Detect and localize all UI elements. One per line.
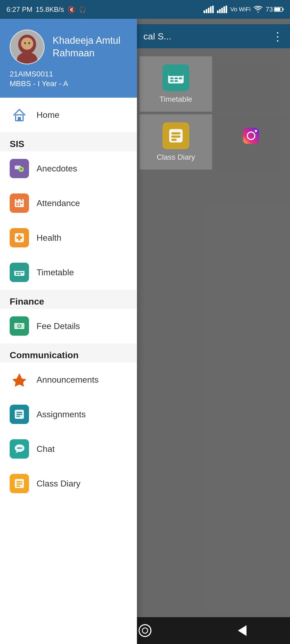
fee-label: Fee Details	[37, 321, 80, 331]
assignments-icon	[10, 405, 29, 424]
grid-card-instagram[interactable]	[215, 114, 287, 170]
assignments-label: Assignments	[37, 409, 86, 419]
drawer-header: Khadeeja Amtul Rahmaan 21AIMS0011 MBBS -…	[0, 19, 137, 98]
back-icon	[234, 623, 250, 639]
svg-rect-66	[168, 72, 184, 76]
svg-rect-38	[16, 237, 22, 239]
svg-rect-33	[21, 203, 23, 204]
svg-rect-71	[175, 80, 178, 82]
svg-rect-4	[208, 8, 209, 13]
chat-icon	[10, 439, 29, 459]
app-container: Khadeeja Amtul Rahmaan 21AIMS0011 MBBS -…	[0, 19, 290, 644]
svg-rect-67	[170, 78, 173, 79]
nav-item-announcements[interactable]: Announcements	[0, 363, 137, 397]
right-top-bar: cal S... ⋮	[137, 24, 290, 48]
svg-text:🎧: 🎧	[79, 6, 86, 13]
nav-item-attendance[interactable]: Attendance	[0, 186, 137, 221]
svg-rect-42	[19, 272, 21, 273]
svg-marker-82	[238, 625, 247, 636]
battery-indicator: 73	[266, 6, 284, 13]
user-info-row: Khadeeja Amtul Rahmaan	[10, 30, 127, 64]
svg-rect-70	[170, 80, 173, 82]
nav-item-assignments[interactable]: Assignments	[0, 397, 137, 432]
svg-rect-55	[16, 416, 20, 417]
wifi-icon	[253, 6, 263, 13]
nav-item-fee[interactable]: $ Fee Details	[0, 309, 137, 343]
nav-item-classdiary[interactable]: Class Diary	[0, 466, 137, 501]
home-label: Home	[37, 110, 59, 120]
svg-rect-7	[217, 10, 219, 13]
svg-rect-35	[19, 204, 20, 206]
svg-point-19	[24, 42, 26, 44]
avatar-image	[10, 30, 44, 64]
svg-point-58	[17, 447, 19, 449]
svg-rect-14	[274, 8, 280, 11]
svg-rect-32	[19, 203, 20, 204]
avatar	[10, 30, 45, 64]
svg-rect-64	[16, 485, 20, 487]
grid-card-timetable[interactable]: Timetable	[140, 56, 212, 112]
battery-level: 73	[266, 6, 273, 13]
svg-rect-75	[171, 139, 177, 141]
navigation-drawer: Khadeeja Amtul Rahmaan 21AIMS0011 MBBS -…	[0, 19, 137, 644]
timetable-card-label: Timetable	[160, 95, 192, 104]
classdiary-icon	[10, 474, 29, 493]
more-button[interactable]: ⋮	[272, 30, 284, 43]
nav-item-health[interactable]: Health	[0, 221, 137, 255]
classdiary-label: Class Diary	[37, 479, 81, 489]
status-bar: 6:27 PM 15.8KB/s 🔇 🎧 Vo WiFi	[0, 0, 290, 19]
status-right: Vo WiFi 73	[204, 6, 284, 13]
svg-rect-54	[16, 414, 22, 415]
svg-rect-40	[14, 269, 24, 271]
battery-icon-svg	[274, 7, 284, 12]
grid-card-classdiary[interactable]: Class Diary	[140, 114, 212, 170]
svg-rect-44	[16, 274, 18, 275]
section-finance: Finance	[0, 290, 137, 309]
speed-display: 15.8KB/s	[36, 5, 64, 14]
svg-rect-29	[21, 198, 22, 201]
signal-icon-2	[217, 6, 228, 13]
svg-rect-76	[243, 128, 259, 144]
nav-item-anecdotes[interactable]: Anecdotes	[0, 151, 137, 186]
student-course: MBBS - I Year - A	[10, 79, 127, 88]
time-display: 6:27 PM	[6, 5, 32, 14]
nav-item-chat[interactable]: Chat	[0, 432, 137, 466]
section-communication: Communication	[0, 343, 137, 363]
svg-rect-31	[16, 203, 18, 204]
right-title: cal S...	[143, 31, 171, 42]
svg-marker-51	[12, 373, 26, 387]
svg-rect-30	[15, 201, 24, 202]
svg-rect-22	[18, 117, 21, 121]
svg-rect-45	[19, 274, 21, 275]
svg-point-18	[21, 38, 33, 50]
nav-item-home[interactable]: Home	[0, 98, 137, 132]
chat-label: Chat	[37, 444, 55, 454]
vowifi-label: Vo WiFi	[230, 6, 251, 13]
timetable-card-icon	[162, 64, 189, 91]
back-button[interactable]	[231, 620, 252, 641]
timetable-label: Timetable	[37, 268, 74, 277]
home-button[interactable]	[134, 620, 156, 641]
svg-rect-50	[14, 327, 24, 327]
svg-rect-63	[16, 483, 22, 485]
classdiary-card-icon	[162, 122, 189, 149]
svg-rect-62	[16, 481, 22, 482]
status-left: 6:27 PM 15.8KB/s 🔇 🎧	[6, 5, 86, 14]
svg-point-80	[139, 625, 151, 636]
home-icon	[10, 105, 29, 125]
svg-point-60	[20, 447, 22, 449]
svg-rect-68	[175, 78, 178, 79]
svg-rect-2	[204, 10, 205, 13]
svg-rect-5	[210, 6, 212, 13]
grid-card-empty1	[215, 56, 287, 112]
classdiary-card-label: Class Diary	[157, 153, 195, 162]
svg-rect-43	[21, 272, 23, 273]
svg-rect-13	[282, 8, 284, 10]
svg-rect-11	[226, 6, 227, 13]
health-icon	[10, 228, 29, 247]
right-panel: cal S... ⋮ Timetable	[137, 19, 290, 644]
nav-item-timetable[interactable]: Timetable	[0, 255, 137, 290]
svg-rect-26	[20, 169, 22, 170]
drawer-navigation: Home SIS Anecdotes	[0, 98, 137, 528]
svg-rect-69	[179, 78, 182, 79]
